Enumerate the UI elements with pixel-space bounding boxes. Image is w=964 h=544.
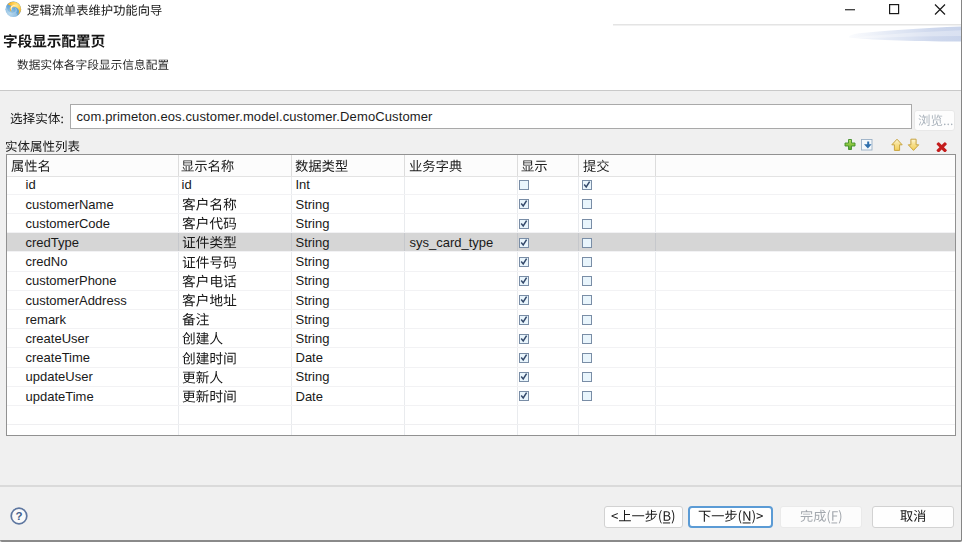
svg-text:?: ? [15,510,22,522]
